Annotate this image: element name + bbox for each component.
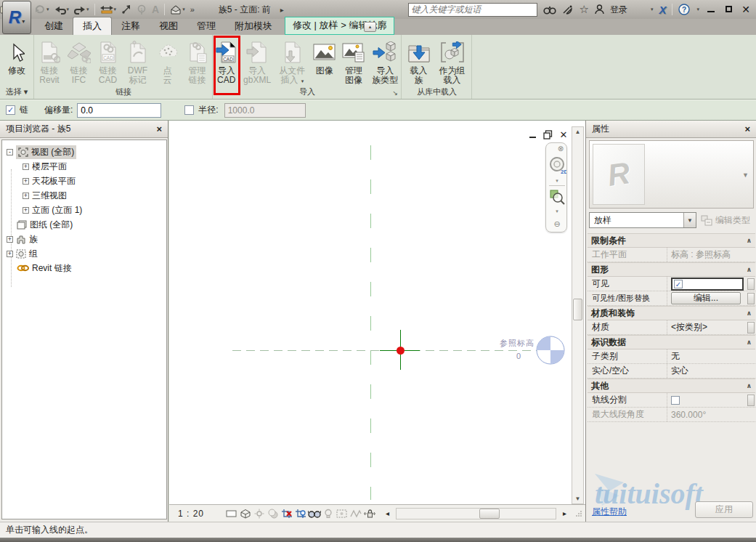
property-row-trajectory[interactable]: 轨线分割 <box>588 393 755 408</box>
properties-header[interactable]: 属性 × <box>586 121 756 138</box>
crop-view-icon[interactable] <box>280 507 293 519</box>
tree-item-ceiling-plans[interactable]: +天花板平面 <box>23 174 76 188</box>
tree-item-sheets[interactable]: 图纸 (全部) <box>17 217 73 232</box>
tab-insert[interactable]: 插入 <box>73 17 112 35</box>
radius-checkbox[interactable] <box>184 105 194 115</box>
property-row-work-plane[interactable]: 工作平面 标高 : 参照标高 <box>588 248 755 262</box>
panel-label-select[interactable]: 选择 ▾ <box>0 86 33 98</box>
type-selector-dropdown-icon[interactable]: ▼ <box>683 213 696 227</box>
exchange-apps-icon[interactable]: X <box>659 4 666 16</box>
signin-person-icon[interactable] <box>595 2 604 17</box>
scroll-right-icon[interactable]: ▸ <box>558 507 572 519</box>
minimize-button[interactable] <box>705 4 717 15</box>
level-elevation-value[interactable]: 0 <box>516 352 521 360</box>
tab-manage[interactable]: 管理 <box>187 17 225 35</box>
link-ifc-button[interactable]: 链接IFC <box>65 36 93 86</box>
property-row-subcategory[interactable]: 子类别 无 <box>588 349 755 364</box>
view-minimize-icon[interactable] <box>527 129 537 139</box>
title-overflow-icon[interactable]: ▸ <box>280 2 284 17</box>
measure-arrow-icon[interactable] <box>121 2 131 17</box>
property-mini-button[interactable] <box>747 293 755 304</box>
crop-region-visibility-icon[interactable] <box>293 507 307 519</box>
temporary-view-properties-icon[interactable] <box>335 507 349 519</box>
section-graphics[interactable]: 图形∧ <box>588 262 755 277</box>
expand-icon[interactable]: + <box>23 193 29 199</box>
expand-icon[interactable]: + <box>7 236 13 243</box>
expand-icon[interactable]: + <box>7 251 13 257</box>
sync-icon[interactable]: ▾ <box>34 2 49 17</box>
canvas-horizontal-scrollbar[interactable] <box>396 508 556 519</box>
import-family-types-button[interactable]: 导入族类型 <box>370 36 401 86</box>
properties-help-link[interactable]: 属性帮助 <box>592 506 627 518</box>
type-selector[interactable]: 放样 ▼ <box>589 212 696 228</box>
tab-contextual-modify-sweep[interactable]: 修改 | 放样 > 编辑轮廓 <box>285 17 394 35</box>
navbar-close-icon[interactable]: ⊗ <box>556 145 565 153</box>
shadows-icon[interactable] <box>266 507 280 519</box>
dialog-launcher-icon[interactable]: ↘ <box>392 87 398 99</box>
expand-icon[interactable]: + <box>23 163 29 170</box>
close-button[interactable]: ✕ <box>740 4 752 15</box>
application-menu-button[interactable]: R ▾ <box>2 1 31 34</box>
visible-checkbox[interactable]: ✓ <box>674 280 683 288</box>
property-mini-button[interactable] <box>747 322 755 333</box>
canvas-vertical-scrollbar[interactable]: ▲ ▼ <box>572 126 584 504</box>
tab-create[interactable]: 创建 <box>35 17 73 35</box>
preview-dropdown-icon[interactable]: ▼ <box>742 171 749 179</box>
view-restore-icon[interactable] <box>542 129 553 139</box>
favorites-star-icon[interactable]: ☆ <box>580 2 589 17</box>
collapse-chevron-icon[interactable]: ∧ <box>747 237 752 244</box>
view-scale-button[interactable]: 1 : 20 <box>178 509 204 519</box>
zoom-region-icon[interactable] <box>546 188 568 206</box>
type-preview-box[interactable]: R ▼ <box>589 140 754 209</box>
chain-checkbox[interactable]: ✓ <box>6 105 15 115</box>
scroll-left-icon[interactable]: ◂ <box>381 507 394 519</box>
offset-input[interactable] <box>77 103 161 118</box>
navbar-zoom-dropdown-icon[interactable]: ▾ <box>546 209 568 214</box>
redo-icon[interactable]: ▾ <box>74 2 89 17</box>
import-gbxml-button[interactable]: 导入gbXML <box>240 36 273 86</box>
search-binoculars-icon[interactable] <box>543 2 556 17</box>
collapse-icon[interactable]: - <box>7 149 13 155</box>
scroll-down-icon[interactable]: ▼ <box>572 496 583 502</box>
property-row-visible[interactable]: 可见 ✓ <box>588 277 755 291</box>
ribbon-collapse-button[interactable]: ▴ <box>364 22 376 32</box>
sun-path-icon[interactable] <box>252 507 266 519</box>
help-dropdown-icon[interactable]: ▾ <box>696 7 699 12</box>
tag-icon[interactable]: 1 <box>137 2 147 17</box>
aligned-dimension-icon[interactable]: ▾ <box>100 2 117 17</box>
maximize-button[interactable] <box>723 4 734 15</box>
property-row-max-segment-angle[interactable]: 最大线段角度 360.000° <box>588 408 755 422</box>
navbar-wheel-dropdown-icon[interactable]: ▾ <box>546 178 568 184</box>
section-materials[interactable]: 材质和装饰∧ <box>588 306 755 320</box>
point-cloud-button[interactable]: 点云 <box>154 36 182 86</box>
signin-label[interactable]: 登录 <box>610 4 627 16</box>
view-close-icon[interactable]: ✕ <box>558 129 569 139</box>
edit-type-button[interactable]: 编辑类型 <box>701 212 755 228</box>
level-head-symbol[interactable] <box>535 335 566 365</box>
dwf-markup-button[interactable]: DWF标记 <box>123 36 153 86</box>
collapse-chevron-icon[interactable]: ∧ <box>747 382 752 389</box>
trajectory-checkbox[interactable] <box>671 396 680 405</box>
section-other[interactable]: 其他∧ <box>588 379 755 393</box>
manage-images-button[interactable]: 管理图像 <box>339 36 367 86</box>
insert-from-file-button[interactable]: 从文件插入 ▾ <box>275 36 309 86</box>
detail-level-icon[interactable] <box>224 507 238 519</box>
visual-style-icon[interactable] <box>238 507 252 519</box>
collapse-chevron-icon[interactable]: ∧ <box>747 339 752 346</box>
section-identity-data[interactable]: 标识数据∧ <box>588 335 755 349</box>
text-icon[interactable]: A <box>152 2 159 17</box>
default-3d-view-icon[interactable]: ▾ <box>170 2 185 17</box>
tree-item-groups[interactable]: +组 <box>7 246 38 261</box>
expand-icon[interactable]: + <box>23 207 29 214</box>
properties-close-icon[interactable]: × <box>744 124 750 134</box>
tree-item-views[interactable]: - 视图 (全部) <box>7 145 76 159</box>
apply-button[interactable]: 应用 <box>695 501 753 518</box>
tree-item-revit-links[interactable]: Revit 链接 <box>17 261 72 275</box>
link-revit-button[interactable]: 链接Revit <box>36 36 64 86</box>
search-input[interactable] <box>408 3 537 17</box>
tree-item-3d-views[interactable]: +三维视图 <box>23 188 67 203</box>
steering-wheel-2d-icon[interactable]: 2D <box>546 156 568 175</box>
vertical-scroll-thumb[interactable] <box>573 299 582 320</box>
constraints-lock-icon[interactable] <box>362 507 376 519</box>
reference-plane-vertical[interactable] <box>370 145 371 500</box>
